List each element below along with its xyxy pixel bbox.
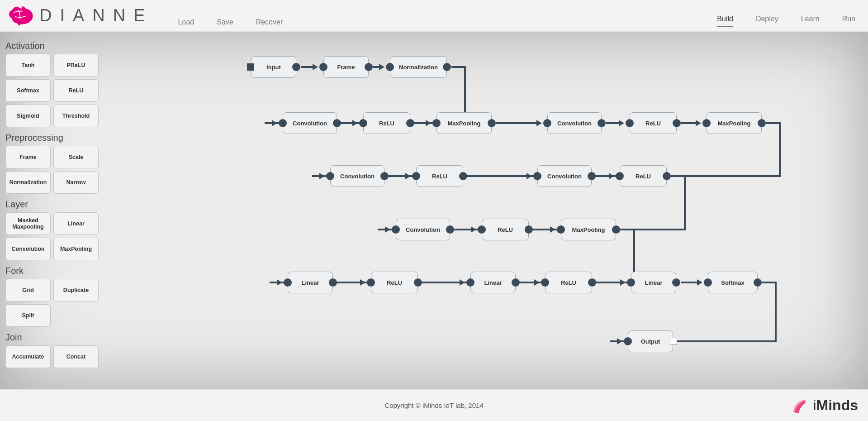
port-in[interactable] [284,278,292,287]
node-c4[interactable]: Convolution [537,165,592,187]
node-c2[interactable]: Convolution [547,112,602,134]
node-r7[interactable]: ReLU [545,272,592,293]
iminds-icon [791,397,809,415]
port-in[interactable] [543,119,551,127]
node-norm[interactable]: Normalization [390,56,447,78]
port-out[interactable] [598,119,606,127]
port-out[interactable] [663,172,671,180]
port-out[interactable] [512,278,520,287]
port-in[interactable] [279,119,287,127]
port-out[interactable] [329,278,337,287]
menu-run[interactable]: Run [842,15,855,27]
port-in[interactable] [533,172,541,180]
port-out[interactable] [380,172,389,180]
port-in[interactable] [626,119,634,127]
node-sm[interactable]: Softmax [708,272,758,293]
port-out[interactable] [588,172,596,180]
port-in[interactable] [412,172,420,180]
svg-marker-3 [379,64,384,70]
port-in[interactable] [627,278,635,287]
node-c3[interactable]: Convolution [330,165,384,187]
svg-marker-15 [696,120,701,126]
node-input[interactable]: Input [251,56,296,78]
port-in[interactable] [466,278,474,287]
svg-marker-31 [277,279,282,286]
menu-learn[interactable]: Learn [801,15,820,27]
menu-build[interactable]: Build [717,15,733,27]
node-out[interactable]: Output [628,330,673,352]
port-out[interactable] [414,278,422,287]
node-m3[interactable]: MaxPooling [561,219,616,240]
node-r6[interactable]: ReLU [371,272,418,293]
port-out[interactable] [446,225,454,234]
port-out[interactable] [365,63,373,71]
node-r1[interactable]: ReLU [363,112,410,134]
brain-icon [9,5,34,27]
port-out[interactable] [670,338,677,345]
port-in[interactable] [392,225,400,234]
port-in[interactable] [478,225,486,234]
node-m1[interactable]: MaxPooling [436,112,492,134]
footer-brand: iMinds [791,397,858,415]
node-r4[interactable]: ReLU [620,165,667,187]
port-out[interactable] [754,278,762,287]
node-r2[interactable]: ReLU [630,112,677,134]
menu-save[interactable]: Save [217,18,233,26]
port-in[interactable] [557,225,565,234]
port-out[interactable] [488,119,496,127]
port-in[interactable] [432,119,441,127]
port-in[interactable] [541,278,549,287]
graph-canvas[interactable]: InputFrameNormalizationConvolutionReLUMa… [0,32,868,389]
app-header: DIANNE Load Save Recover Build Deploy Le… [0,0,868,32]
node-r3[interactable]: ReLU [416,165,463,187]
node-c1[interactable]: Convolution [283,112,337,134]
port-in[interactable] [247,63,254,71]
port-out[interactable] [292,63,300,71]
svg-marker-43 [617,338,622,344]
port-out[interactable] [673,119,681,127]
svg-marker-7 [352,120,358,126]
iminds-i: i [813,397,816,413]
node-l2[interactable]: Linear [470,272,516,293]
port-out[interactable] [612,225,620,234]
menu-load[interactable]: Load [178,18,194,26]
copyright: Copyright © iMinds IoT lab, 2014 [384,402,483,409]
svg-marker-11 [536,120,542,126]
node-l1[interactable]: Linear [288,272,333,293]
workspace[interactable]: ActivationTanhPReLUSoftmaxReLUSigmoidThr… [0,32,868,389]
svg-marker-13 [619,120,624,126]
port-in[interactable] [704,278,712,287]
port-in[interactable] [624,337,632,345]
node-frame[interactable]: Frame [323,56,369,78]
node-c5[interactable]: Convolution [396,219,450,240]
svg-marker-17 [319,173,325,179]
port-out[interactable] [459,172,467,180]
menu-right: Build Deploy Learn Run [717,15,855,27]
node-l3[interactable]: Linear [631,272,676,293]
svg-marker-21 [526,173,532,179]
svg-marker-35 [460,279,465,286]
port-in[interactable] [319,63,327,71]
port-out[interactable] [758,119,766,127]
port-out[interactable] [525,225,533,234]
menu-deploy[interactable]: Deploy [756,15,778,27]
port-out[interactable] [672,278,680,287]
port-in[interactable] [616,172,624,180]
svg-marker-27 [471,226,476,233]
port-in[interactable] [326,172,334,180]
port-out[interactable] [406,119,414,127]
svg-marker-33 [360,279,365,286]
port-in[interactable] [367,278,375,287]
node-r5[interactable]: ReLU [482,219,529,240]
port-in[interactable] [359,119,367,127]
port-in[interactable] [386,63,394,71]
port-out[interactable] [588,278,596,287]
port-out[interactable] [333,119,341,127]
menu-left: Load Save Recover [178,18,283,26]
port-in[interactable] [702,119,711,127]
svg-marker-23 [609,173,614,179]
port-out[interactable] [443,63,451,71]
svg-marker-41 [697,279,702,286]
menu-recover[interactable]: Recover [256,18,283,26]
node-m2[interactable]: MaxPooling [707,112,762,134]
